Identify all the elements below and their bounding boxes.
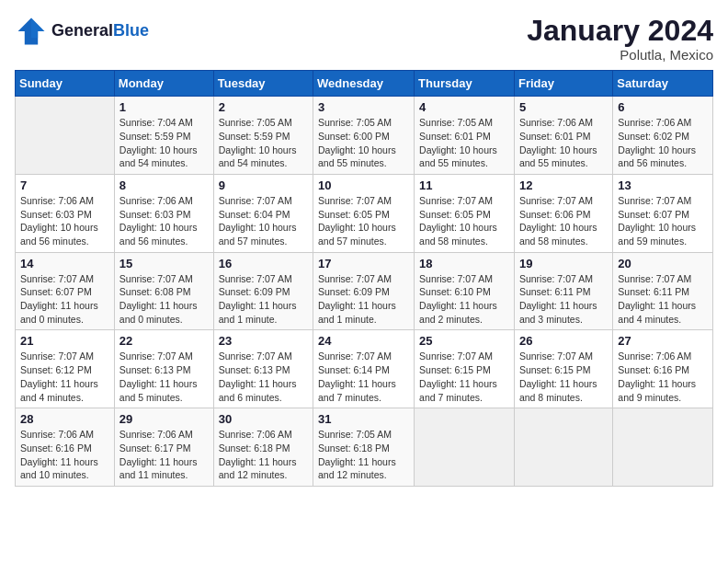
- calendar-cell: 29Sunrise: 7:06 AMSunset: 6:17 PMDayligh…: [114, 408, 213, 487]
- day-number: 7: [20, 178, 109, 192]
- calendar-cell: 31Sunrise: 7:05 AMSunset: 6:18 PMDayligh…: [313, 408, 415, 487]
- day-number: 4: [419, 100, 509, 114]
- calendar-cell: 27Sunrise: 7:06 AMSunset: 6:16 PMDayligh…: [613, 330, 713, 408]
- calendar-table: SundayMondayTuesdayWednesdayThursdayFrid…: [15, 70, 713, 487]
- day-info: Sunrise: 7:06 AMSunset: 6:01 PMDaylight:…: [519, 116, 608, 170]
- calendar-cell: 4Sunrise: 7:05 AMSunset: 6:01 PMDaylight…: [415, 97, 515, 175]
- day-info: Sunrise: 7:07 AMSunset: 6:09 PMDaylight:…: [219, 272, 308, 327]
- day-number: 25: [419, 334, 509, 348]
- day-number: 31: [318, 412, 409, 426]
- day-number: 2: [219, 100, 308, 114]
- calendar-cell: 3Sunrise: 7:05 AMSunset: 6:00 PMDaylight…: [313, 97, 415, 175]
- col-header-monday: Monday: [114, 71, 213, 97]
- day-info: Sunrise: 7:07 AMSunset: 6:05 PMDaylight:…: [419, 194, 509, 248]
- logo: GeneralBlue: [15, 15, 149, 48]
- day-info: Sunrise: 7:06 AMSunset: 6:17 PMDaylight:…: [119, 428, 209, 482]
- day-number: 8: [119, 178, 209, 192]
- day-number: 3: [318, 100, 409, 114]
- day-info: Sunrise: 7:06 AMSunset: 6:03 PMDaylight:…: [119, 194, 209, 248]
- week-row-5: 28Sunrise: 7:06 AMSunset: 6:16 PMDayligh…: [16, 408, 713, 487]
- day-info: Sunrise: 7:05 AMSunset: 6:00 PMDaylight:…: [318, 116, 409, 170]
- day-info: Sunrise: 7:07 AMSunset: 6:10 PMDaylight:…: [419, 272, 509, 327]
- day-info: Sunrise: 7:07 AMSunset: 6:14 PMDaylight:…: [318, 350, 409, 404]
- calendar-cell: 1Sunrise: 7:04 AMSunset: 5:59 PMDaylight…: [114, 97, 213, 175]
- calendar-cell: 30Sunrise: 7:06 AMSunset: 6:18 PMDayligh…: [213, 408, 313, 487]
- day-info: Sunrise: 7:06 AMSunset: 6:18 PMDaylight:…: [219, 428, 308, 482]
- calendar-cell: 20Sunrise: 7:07 AMSunset: 6:11 PMDayligh…: [613, 252, 713, 330]
- calendar-cell: 6Sunrise: 7:06 AMSunset: 6:02 PMDaylight…: [613, 97, 713, 175]
- svg-marker-1: [31, 18, 44, 39]
- day-number: 23: [219, 334, 308, 348]
- day-number: 14: [20, 257, 109, 270]
- calendar-cell: 13Sunrise: 7:07 AMSunset: 6:07 PMDayligh…: [613, 174, 713, 252]
- day-info: Sunrise: 7:06 AMSunset: 6:16 PMDaylight:…: [618, 350, 708, 404]
- col-header-tuesday: Tuesday: [213, 71, 313, 97]
- day-number: 10: [318, 178, 409, 192]
- calendar-cell: 17Sunrise: 7:07 AMSunset: 6:09 PMDayligh…: [313, 252, 415, 330]
- day-number: 29: [119, 412, 209, 426]
- day-info: Sunrise: 7:07 AMSunset: 6:13 PMDaylight:…: [219, 350, 308, 404]
- calendar-cell: 14Sunrise: 7:07 AMSunset: 6:07 PMDayligh…: [16, 252, 115, 330]
- calendar-cell: 24Sunrise: 7:07 AMSunset: 6:14 PMDayligh…: [313, 330, 415, 408]
- day-number: 5: [519, 100, 608, 114]
- day-info: Sunrise: 7:06 AMSunset: 6:16 PMDaylight:…: [20, 428, 109, 482]
- day-info: Sunrise: 7:07 AMSunset: 6:15 PMDaylight:…: [419, 350, 509, 404]
- week-row-4: 21Sunrise: 7:07 AMSunset: 6:12 PMDayligh…: [16, 330, 713, 408]
- calendar-cell: [16, 97, 115, 175]
- calendar-cell: 22Sunrise: 7:07 AMSunset: 6:13 PMDayligh…: [114, 330, 213, 408]
- day-number: 20: [618, 257, 708, 270]
- location: Polutla, Mexico: [527, 47, 713, 63]
- calendar-cell: 25Sunrise: 7:07 AMSunset: 6:15 PMDayligh…: [415, 330, 515, 408]
- day-info: Sunrise: 7:07 AMSunset: 6:15 PMDaylight:…: [519, 350, 608, 404]
- calendar-cell: 12Sunrise: 7:07 AMSunset: 6:06 PMDayligh…: [514, 174, 612, 252]
- calendar-cell: 26Sunrise: 7:07 AMSunset: 6:15 PMDayligh…: [514, 330, 612, 408]
- day-info: Sunrise: 7:07 AMSunset: 6:05 PMDaylight:…: [318, 194, 409, 248]
- calendar-cell: [613, 408, 713, 487]
- day-info: Sunrise: 7:07 AMSunset: 6:07 PMDaylight:…: [20, 272, 109, 327]
- col-header-friday: Friday: [514, 71, 612, 97]
- page-header: GeneralBlue January 2024 Polutla, Mexico: [15, 15, 713, 63]
- title-block: January 2024 Polutla, Mexico: [527, 15, 713, 63]
- calendar-cell: 11Sunrise: 7:07 AMSunset: 6:05 PMDayligh…: [415, 174, 515, 252]
- calendar-cell: 5Sunrise: 7:06 AMSunset: 6:01 PMDaylight…: [514, 97, 612, 175]
- day-info: Sunrise: 7:06 AMSunset: 6:03 PMDaylight:…: [20, 194, 109, 248]
- day-info: Sunrise: 7:07 AMSunset: 6:12 PMDaylight:…: [20, 350, 109, 404]
- calendar-cell: 2Sunrise: 7:05 AMSunset: 5:59 PMDaylight…: [213, 97, 313, 175]
- day-number: 16: [219, 257, 308, 270]
- day-number: 30: [219, 412, 308, 426]
- day-number: 18: [419, 257, 509, 270]
- calendar-cell: 9Sunrise: 7:07 AMSunset: 6:04 PMDaylight…: [213, 174, 313, 252]
- day-number: 15: [119, 257, 209, 270]
- day-number: 19: [519, 257, 608, 270]
- day-number: 9: [219, 178, 308, 192]
- day-info: Sunrise: 7:05 AMSunset: 5:59 PMDaylight:…: [219, 116, 308, 170]
- logo-text: GeneralBlue: [51, 22, 149, 40]
- calendar-cell: 19Sunrise: 7:07 AMSunset: 6:11 PMDayligh…: [514, 252, 612, 330]
- day-info: Sunrise: 7:07 AMSunset: 6:09 PMDaylight:…: [318, 272, 409, 327]
- day-info: Sunrise: 7:07 AMSunset: 6:11 PMDaylight:…: [618, 272, 708, 327]
- day-info: Sunrise: 7:07 AMSunset: 6:08 PMDaylight:…: [119, 272, 209, 327]
- day-number: 1: [119, 100, 209, 114]
- day-info: Sunrise: 7:07 AMSunset: 6:11 PMDaylight:…: [519, 272, 608, 327]
- day-info: Sunrise: 7:07 AMSunset: 6:07 PMDaylight:…: [618, 194, 708, 248]
- col-header-wednesday: Wednesday: [313, 71, 415, 97]
- calendar-cell: 18Sunrise: 7:07 AMSunset: 6:10 PMDayligh…: [415, 252, 515, 330]
- day-number: 21: [20, 334, 109, 348]
- day-number: 6: [618, 100, 708, 114]
- header-row: SundayMondayTuesdayWednesdayThursdayFrid…: [16, 71, 713, 97]
- calendar-cell: [415, 408, 515, 487]
- day-info: Sunrise: 7:07 AMSunset: 6:13 PMDaylight:…: [119, 350, 209, 404]
- logo-icon: [15, 15, 48, 48]
- day-number: 27: [618, 334, 708, 348]
- day-number: 13: [618, 178, 708, 192]
- calendar-cell: [514, 408, 612, 487]
- calendar-cell: 28Sunrise: 7:06 AMSunset: 6:16 PMDayligh…: [16, 408, 115, 487]
- day-number: 28: [20, 412, 109, 426]
- calendar-cell: 7Sunrise: 7:06 AMSunset: 6:03 PMDaylight…: [16, 174, 115, 252]
- calendar-cell: 23Sunrise: 7:07 AMSunset: 6:13 PMDayligh…: [213, 330, 313, 408]
- calendar-cell: 8Sunrise: 7:06 AMSunset: 6:03 PMDaylight…: [114, 174, 213, 252]
- day-number: 24: [318, 334, 409, 348]
- day-info: Sunrise: 7:07 AMSunset: 6:04 PMDaylight:…: [219, 194, 308, 248]
- day-info: Sunrise: 7:07 AMSunset: 6:06 PMDaylight:…: [519, 194, 608, 248]
- col-header-sunday: Sunday: [16, 71, 115, 97]
